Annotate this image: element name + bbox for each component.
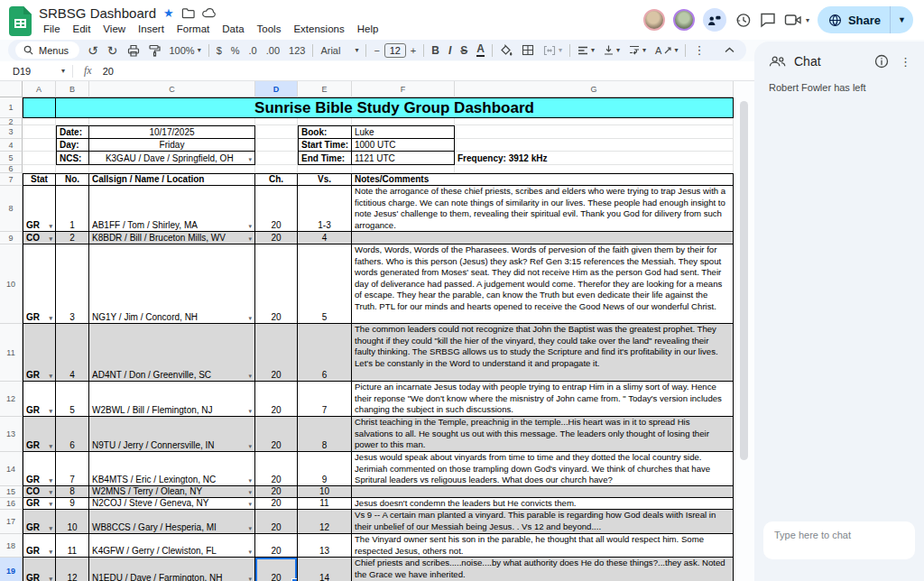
- chevron-down-icon[interactable]: ▾: [49, 223, 52, 230]
- day-value-cell[interactable]: Friday: [89, 139, 255, 152]
- stat-cell[interactable]: GR▾: [23, 186, 56, 232]
- stat-cell[interactable]: GR▾: [23, 534, 56, 558]
- stat-cell[interactable]: GR▾: [23, 324, 56, 382]
- chevron-down-icon[interactable]: ▾: [248, 576, 252, 581]
- row-number[interactable]: 4: [0, 139, 23, 152]
- row-number[interactable]: 7: [0, 173, 23, 186]
- column-header-e[interactable]: E: [298, 81, 352, 97]
- end-time-label-cell[interactable]: End Time:: [298, 152, 352, 165]
- notes-cell[interactable]: Words, Words, Words of the Pharasees. Wo…: [352, 244, 734, 324]
- chat-more-options-icon[interactable]: ⋮: [900, 55, 911, 69]
- name-box[interactable]: D19 ▾: [0, 66, 72, 77]
- chat-input[interactable]: [763, 521, 915, 559]
- stat-cell[interactable]: GR▾: [23, 498, 56, 510]
- horizontal-align-button[interactable]: ▾: [573, 46, 599, 55]
- row-number[interactable]: 2: [0, 118, 23, 125]
- print-button[interactable]: [123, 44, 144, 57]
- row-number[interactable]: 9: [0, 232, 23, 244]
- stat-cell[interactable]: GR▾: [23, 558, 56, 581]
- callsign-cell[interactable]: W2BWL / Bill / Flemington, NJ▾: [89, 382, 255, 417]
- menu-format[interactable]: Format: [172, 23, 214, 35]
- row-number[interactable]: 10: [0, 244, 23, 324]
- no-header-cell[interactable]: No.: [56, 173, 89, 186]
- collaborator-avatar[interactable]: [643, 9, 665, 31]
- font-size-input[interactable]: 12: [384, 43, 406, 58]
- chevron-down-icon[interactable]: ▾: [49, 489, 52, 496]
- menu-data[interactable]: Data: [217, 23, 248, 35]
- chevron-down-icon[interactable]: ▾: [49, 477, 52, 484]
- chevron-down-icon[interactable]: ▾: [49, 501, 52, 508]
- number-format-button[interactable]: 123: [284, 45, 310, 56]
- info-icon[interactable]: [874, 54, 889, 69]
- stat-header-cell[interactable]: Stat: [23, 173, 56, 186]
- row-number[interactable]: 1: [0, 97, 23, 118]
- notes-cell[interactable]: [352, 486, 734, 498]
- number-cell[interactable]: 12: [56, 558, 89, 581]
- notes-header-cell[interactable]: Notes/Comments: [352, 173, 734, 186]
- row-number[interactable]: 6: [0, 165, 23, 173]
- meet-video-icon[interactable]: ▾: [784, 13, 809, 27]
- vs-header-cell[interactable]: Vs.: [298, 173, 352, 186]
- row-number[interactable]: 11: [0, 324, 23, 382]
- select-all-corner[interactable]: [0, 81, 23, 97]
- chevron-down-icon[interactable]: ▾: [49, 443, 52, 450]
- notes-cell[interactable]: The common leaders could not recognize t…: [352, 324, 734, 382]
- callsign-cell[interactable]: NG1Y / Jim / Concord, NH▾: [89, 244, 255, 324]
- callsign-cell[interactable]: W2MNS / Terry / Olean, NY▾: [89, 486, 255, 498]
- sheet-title-cell[interactable]: Sunrise Bible Study Group Dashboard: [56, 97, 734, 118]
- decrease-font-size-button[interactable]: −: [369, 45, 383, 56]
- notes-cell[interactable]: Chief priests and scribes.....noise....b…: [352, 558, 734, 581]
- increase-font-size-button[interactable]: +: [406, 45, 420, 56]
- menu-edit[interactable]: Edit: [69, 23, 96, 35]
- ncs-value-cell[interactable]: K3GAU / Dave / Springfield, OH▾: [89, 152, 255, 165]
- chevron-down-icon[interactable]: ▾: [49, 525, 52, 532]
- move-folder-icon[interactable]: [181, 6, 195, 20]
- callsign-cell[interactable]: AD4NT / Don / Greenville, SC▾: [89, 324, 255, 382]
- end-time-value-cell[interactable]: 1121 UTC: [352, 152, 455, 165]
- number-cell[interactable]: 6: [56, 417, 89, 452]
- notes-cell[interactable]: [352, 232, 734, 244]
- menu-file[interactable]: File: [39, 23, 65, 35]
- callsign-cell[interactable]: K8BDR / Bill / Bruceton Mills, WV▾: [89, 232, 255, 244]
- notes-cell[interactable]: Christ teaching in the Temple, preachnig…: [352, 417, 734, 452]
- row-number[interactable]: 18: [0, 534, 23, 558]
- verses-cell[interactable]: 13: [298, 534, 352, 558]
- verses-cell[interactable]: 6: [298, 324, 352, 382]
- channel-cell[interactable]: 20: [255, 510, 298, 534]
- row-number[interactable]: 8: [0, 186, 23, 232]
- notes-cell[interactable]: The Vinyard owner sent his son in the pa…: [352, 534, 734, 558]
- column-header-d[interactable]: D: [255, 81, 298, 97]
- number-cell[interactable]: 2: [56, 232, 89, 244]
- column-header-g[interactable]: G: [455, 81, 734, 97]
- text-rotation-button[interactable]: A ▾: [651, 45, 682, 56]
- menu-help[interactable]: Help: [353, 23, 383, 35]
- chevron-down-icon[interactable]: ▾: [49, 373, 52, 380]
- merge-cells-button[interactable]: ▾: [539, 45, 567, 56]
- stat-cell[interactable]: GR▾: [23, 417, 56, 452]
- verses-cell[interactable]: 7: [298, 382, 352, 417]
- stat-cell[interactable]: CO▾: [23, 232, 56, 244]
- row-number[interactable]: 5: [0, 152, 23, 165]
- channel-cell[interactable]: 20: [255, 498, 298, 510]
- row-number[interactable]: 14: [0, 452, 23, 486]
- book-label-cell[interactable]: Book:: [298, 125, 352, 139]
- chevron-down-icon[interactable]: ▾: [248, 443, 252, 450]
- column-header-c[interactable]: C: [89, 81, 255, 97]
- channel-cell[interactable]: 20: [255, 486, 298, 498]
- format-currency-button[interactable]: $: [212, 45, 226, 56]
- stat-cell[interactable]: GR▾: [23, 510, 56, 534]
- chevron-down-icon[interactable]: ▾: [49, 576, 52, 581]
- book-value-cell[interactable]: Luke: [352, 125, 455, 139]
- callsign-cell[interactable]: KB4MTS / Eric / Lexington, NC▾: [89, 452, 255, 486]
- meet-caret-icon[interactable]: ▾: [806, 16, 809, 24]
- date-label-cell[interactable]: Date:: [56, 125, 89, 139]
- callsign-cell[interactable]: N9TU / Jerry / Connersville, IN▾: [89, 417, 255, 452]
- date-value-cell[interactable]: 10/17/2025: [89, 125, 255, 139]
- channel-cell[interactable]: 20: [255, 558, 298, 581]
- row-number[interactable]: 3: [0, 125, 23, 139]
- channel-cell[interactable]: 20: [255, 232, 298, 244]
- callsign-cell[interactable]: K4GFW / Gerry / Clewiston, FL▾: [89, 534, 255, 558]
- comments-icon[interactable]: [760, 12, 776, 28]
- notes-cell[interactable]: Jesus would speak about vinyards from ti…: [352, 452, 734, 486]
- decrease-decimal-button[interactable]: .0: [245, 45, 262, 56]
